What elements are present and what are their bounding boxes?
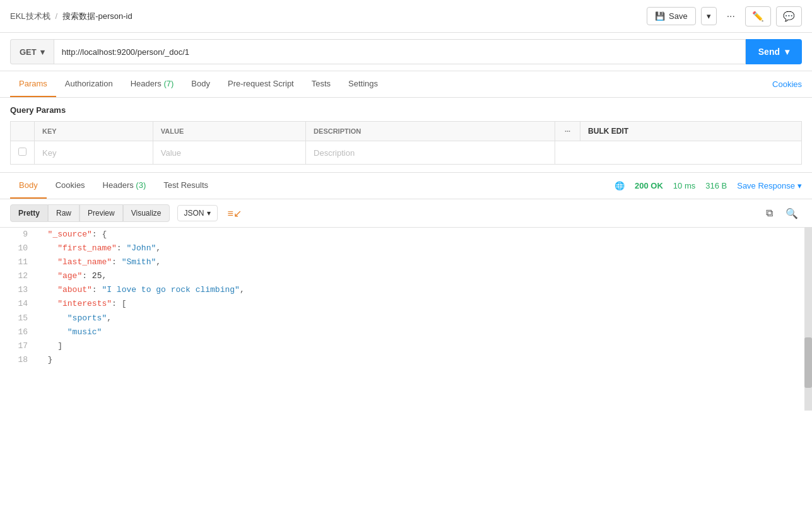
column-options-icon: ··· [565,127,570,135]
save-response-button[interactable]: Save Response ▾ [737,181,802,190]
code-line-17: 17 ] [0,339,812,353]
send-chevron-icon: ▾ [785,47,789,57]
save-dropdown-button[interactable]: ▾ [701,7,717,25]
response-meta: 🌐 200 OK 10 ms 316 B Save Response ▾ [615,181,802,190]
code-view: 9 "_source": { 10 "first_name": "John", … [0,228,812,411]
copy-button[interactable]: ⧉ [762,205,777,221]
resp-tab-headers[interactable]: Headers (3) [94,173,155,199]
ellipsis-icon: ··· [727,11,735,21]
copy-icon: ⧉ [766,207,773,218]
save-button[interactable]: 💾 Save [647,7,696,25]
format-bar: Pretty Raw Preview Visualize JSON ▾ ≡↙ ⧉… [0,199,812,228]
method-label: GET [20,47,37,57]
tab-tests[interactable]: Tests [303,71,339,97]
url-bar: GET ▾ Send ▾ [0,33,812,71]
tab-params[interactable]: Params [10,71,56,97]
save-label: Save [669,11,688,21]
filter-icon: ≡↙ [228,208,242,219]
save-response-chevron-icon: ▾ [797,181,802,190]
tab-cookies[interactable]: Cookies [772,72,802,96]
comment-icon: 💬 [783,11,795,21]
value-placeholder[interactable]: Value [153,141,305,165]
code-line-13: 13 "about": "I love to go rock climbing"… [0,283,812,297]
col-bulk-edit[interactable]: Bulk Edit [580,122,802,141]
edit-button[interactable]: ✏️ [745,6,771,26]
breadcrumb: EKL技术栈 / 搜索数据-person-id [10,11,132,22]
tab-pre-request-script[interactable]: Pre-request Script [219,71,303,97]
format-label: JSON [184,209,204,218]
query-params-title: Query Params [10,105,802,115]
resp-tab-test-results[interactable]: Test Results [155,173,217,199]
tab-authorization[interactable]: Authorization [56,71,122,97]
params-section: Query Params KEY VALUE DESCRIPTION ··· B… [0,98,812,172]
col-actions: ··· [555,122,580,141]
breadcrumb-separator: / [56,11,58,21]
view-mode-group: Pretty Raw Preview Visualize [10,204,170,222]
status-badge: 200 OK [635,181,663,190]
resp-tab-cookies[interactable]: Cookies [47,173,94,199]
chevron-down-icon: ▾ [707,11,711,21]
col-key: KEY [35,122,153,141]
format-chevron-icon: ▾ [207,209,211,218]
request-tabs: Params Authorization Headers (7) Body Pr… [0,71,812,98]
params-placeholder-row: Key Value Description [11,141,802,165]
response-header: Body Cookies Headers (3) Test Results 🌐 … [0,173,812,199]
comment-button[interactable]: 💬 [776,6,802,26]
code-line-9: 9 "_source": { [0,228,812,242]
app-name: EKL技术栈 [10,11,50,22]
code-line-11: 11 "last_name": "Smith", [0,255,812,269]
view-preview-button[interactable]: Preview [79,204,123,222]
format-actions: ⧉ 🔍 [762,205,802,222]
code-line-15: 15 "sports", [0,312,812,325]
response-tabs: Body Cookies Headers (3) Test Results [10,173,217,199]
col-description: DESCRIPTION [306,122,555,141]
top-actions: 💾 Save ▾ ··· ✏️ 💬 [647,6,802,26]
globe-icon: 🌐 [615,181,625,190]
description-placeholder[interactable]: Description [306,141,555,165]
resp-tab-body[interactable]: Body [10,173,47,199]
scrollbar[interactable] [804,228,812,411]
search-icon: 🔍 [786,208,798,219]
save-disk-icon: 💾 [655,11,665,21]
send-button[interactable]: Send ▾ [746,39,802,64]
more-options-button[interactable]: ··· [722,7,740,26]
code-line-14: 14 "interests": [ [0,297,812,311]
response-time: 10 ms [673,181,695,190]
pencil-icon: ✏️ [752,11,764,21]
format-selector[interactable]: JSON ▾ [177,205,218,221]
params-table: KEY VALUE DESCRIPTION ··· Bulk Edit Key … [10,121,802,165]
code-line-18: 18 } [0,353,812,367]
filter-button[interactable]: ≡↙ [223,205,247,222]
scrollbar-thumb[interactable] [804,337,812,388]
view-raw-button[interactable]: Raw [48,204,79,222]
col-value: VALUE [153,122,305,141]
page-name: 搜索数据-person-id [62,11,132,22]
method-selector[interactable]: GET ▾ [10,39,54,64]
row-checkbox[interactable] [18,148,26,156]
top-bar: EKL技术栈 / 搜索数据-person-id 💾 Save ▾ ··· ✏️ … [0,0,812,33]
url-input[interactable] [54,39,746,64]
key-placeholder[interactable]: Key [35,141,153,165]
response-section: Body Cookies Headers (3) Test Results 🌐 … [0,172,812,411]
code-line-16: 16 "music" [0,325,812,339]
search-button[interactable]: 🔍 [782,205,802,222]
tab-body[interactable]: Body [182,71,219,97]
view-visualize-button[interactable]: Visualize [123,204,170,222]
response-size: 316 B [705,181,727,190]
tab-headers[interactable]: Headers (7) [122,71,183,97]
method-chevron-icon: ▾ [40,47,45,57]
code-line-12: 12 "age": 25, [0,269,812,283]
code-line-10: 10 "first_name": "John", [0,242,812,255]
send-label: Send [758,47,780,57]
tab-settings[interactable]: Settings [339,71,387,97]
view-pretty-button[interactable]: Pretty [10,204,48,222]
